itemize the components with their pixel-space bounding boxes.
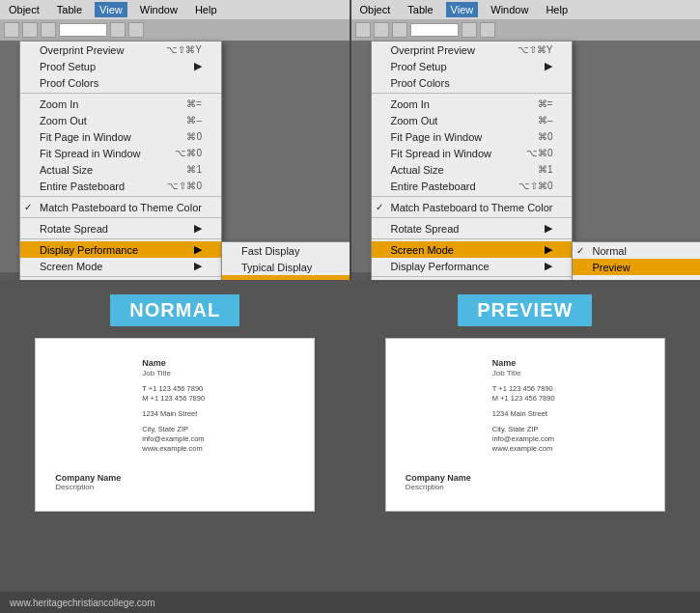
preview-company: Company Name	[406, 473, 492, 483]
rmi-overprint[interactable]: Overprint Preview⌥⇧⌘Y	[372, 42, 573, 58]
preview-email: info@example.com	[492, 434, 645, 443]
menu-object-r[interactable]: Object	[355, 2, 396, 17]
footer: www.heritagechristiancollege.com	[0, 592, 700, 613]
rtoolbar-btn-1[interactable]	[355, 22, 371, 38]
left-canvas: Overprint Preview⌥⇧⌘Y Proof Setup▶ Proof…	[0, 41, 350, 272]
preview-card-right: Name Job Title T +1 123 456 7890 M +1 12…	[492, 358, 645, 491]
normal-email: info@example.com	[142, 434, 294, 443]
preview-panel: PREVIEW Company Name Description Name Jo…	[350, 280, 701, 592]
rmi-fit-spread[interactable]: Fit Spread in Window⌥⌘0	[372, 145, 573, 161]
rmi-screen-mode[interactable]: Screen Mode▶ Normal Preview Slug Present…	[372, 241, 573, 258]
preview-website: www.example.com	[492, 444, 645, 453]
rsub-normal[interactable]: Normal	[573, 242, 700, 259]
rmi-proof-setup[interactable]: Proof Setup▶	[372, 58, 573, 74]
preview-name: Name	[492, 358, 645, 368]
toolbar-btn-2[interactable]	[22, 22, 38, 38]
rmi-entire[interactable]: Entire Pasteboard⌥⇧⌘0	[372, 178, 573, 194]
mi-fit-spread-left[interactable]: Fit Spread in Window⌥⌘0	[20, 145, 221, 161]
preview-card: Company Name Description Name Job Title …	[385, 338, 665, 512]
normal-panel: NORMAL Company Name Description Name Job…	[0, 280, 350, 592]
mi-match-left[interactable]: Match Pasteboard to Theme Color	[20, 199, 221, 215]
normal-name: Name	[142, 358, 294, 368]
menu-object[interactable]: Object	[4, 2, 44, 17]
rsub-slug[interactable]: Slug	[573, 275, 700, 280]
preview-label: PREVIEW	[458, 294, 592, 326]
rmi-rotate[interactable]: Rotate Spread▶	[372, 220, 573, 237]
mi-actual-left[interactable]: Actual Size⌘1	[20, 161, 221, 178]
rmi-display-perf[interactable]: Display Performance▶	[372, 258, 573, 274]
rsub-preview[interactable]: Preview	[573, 259, 700, 275]
sub-typical[interactable]: Typical Display	[222, 259, 351, 275]
preview-card-left: Company Name Description	[406, 358, 492, 491]
preview-phone1: T +1 123 456 7890	[492, 384, 645, 393]
normal-website: www.example.com	[142, 444, 294, 453]
sub-hq[interactable]: High Quality Display⌥⇧⌘H	[222, 275, 351, 280]
menu-view-left[interactable]: View	[95, 2, 127, 17]
rmi-actual[interactable]: Actual Size⌘1	[372, 161, 573, 178]
mi-proof-colors-left[interactable]: Proof Colors	[20, 74, 221, 91]
right-submenu[interactable]: Normal Preview Slug Presentation⇧W	[572, 241, 700, 280]
rmi-fit-page[interactable]: Fit Page in Window⌘0	[372, 128, 573, 145]
preview-addr1: 1234 Main Street	[492, 409, 645, 418]
footer-url: www.heritagechristiancollege.com	[10, 598, 155, 608]
right-canvas: Overprint Preview⌥⇧⌘Y Proof Setup▶ Proof…	[351, 41, 701, 272]
bottom-panels: NORMAL Company Name Description Name Job…	[0, 280, 700, 592]
mi-proof-setup-left[interactable]: Proof Setup▶	[20, 58, 221, 74]
bottom-half: NORMAL Company Name Description Name Job…	[0, 280, 700, 613]
mi-entire-left[interactable]: Entire Pasteboard⌥⇧⌘0	[20, 178, 221, 194]
menu-help-r[interactable]: Help	[541, 2, 573, 17]
mi-rotate-left[interactable]: Rotate Spread▶	[20, 220, 221, 237]
toolbar-btn-3[interactable]	[41, 22, 56, 38]
menu-table[interactable]: Table	[52, 2, 87, 17]
zoom-input[interactable]	[59, 23, 107, 37]
right-dropdown[interactable]: Overprint Preview⌥⇧⌘Y Proof Setup▶ Proof…	[371, 41, 574, 280]
top-half: Object Table View Window Help Overprint …	[0, 0, 700, 280]
left-toolbar	[0, 19, 350, 41]
rzoom-input[interactable]	[410, 23, 459, 37]
mi-screen-mode-left[interactable]: Screen Mode▶	[20, 258, 221, 274]
preview-addr2: City, State ZIP	[492, 425, 645, 433]
right-menubar[interactable]: Object Table View Window Help	[351, 0, 701, 19]
rtoolbar-btn-2[interactable]	[374, 22, 389, 38]
mi-rulers-left[interactable]: Show Rulers⌘R	[20, 279, 221, 280]
rmi-zoom-in[interactable]: Zoom In⌘=	[372, 96, 573, 112]
menu-window[interactable]: Window	[135, 2, 182, 17]
left-panel: Object Table View Window Help Overprint …	[0, 0, 351, 280]
toolbar-btn-4[interactable]	[110, 22, 126, 38]
toolbar-btn-5[interactable]	[128, 22, 144, 38]
toolbar-btn-1[interactable]	[4, 22, 19, 38]
normal-card-left: Company Name Description	[55, 358, 142, 491]
normal-label: NORMAL	[110, 294, 239, 326]
menu-view-right[interactable]: View	[446, 2, 479, 17]
mi-fit-page-left[interactable]: Fit Page in Window⌘0	[20, 128, 221, 145]
mi-zoom-in-left[interactable]: Zoom In⌘=	[20, 96, 221, 112]
left-menubar[interactable]: Object Table View Window Help	[0, 0, 350, 19]
rmi-rulers[interactable]: Show Rulers⌘R	[372, 279, 573, 280]
normal-card-right: Name Job Title T +1 123 456 7890 M +1 12…	[142, 358, 294, 491]
sub-fast[interactable]: Fast Display⌥⇧⌘Z	[222, 242, 351, 259]
normal-phone1: T +1 123 456 7890	[142, 384, 294, 393]
rtoolbar-btn-5[interactable]	[480, 22, 495, 38]
normal-addr1: 1234 Main Street	[142, 409, 294, 418]
left-submenu[interactable]: Fast Display⌥⇧⌘Z Typical Display High Qu…	[221, 241, 351, 280]
normal-desc: Description	[55, 483, 142, 491]
normal-phone2: M +1 123 456 7890	[142, 394, 294, 403]
normal-company: Company Name	[55, 473, 142, 483]
menu-table-r[interactable]: Table	[403, 2, 437, 17]
right-toolbar	[351, 19, 701, 41]
mi-display-perf-left[interactable]: Display Performance▶ Fast Display⌥⇧⌘Z Ty…	[20, 241, 221, 258]
normal-title: Job Title	[142, 369, 294, 377]
menu-help[interactable]: Help	[190, 2, 222, 17]
preview-desc: Description	[406, 483, 492, 491]
rmi-zoom-out[interactable]: Zoom Out⌘–	[372, 112, 573, 128]
rtoolbar-btn-4[interactable]	[462, 22, 477, 38]
mi-overprint-left[interactable]: Overprint Preview⌥⇧⌘Y	[20, 42, 221, 58]
right-panel: Object Table View Window Help Overprint …	[351, 0, 701, 280]
menu-window-r[interactable]: Window	[486, 2, 533, 17]
rmi-match[interactable]: Match Pasteboard to Theme Color	[372, 199, 573, 215]
mi-zoom-out-left[interactable]: Zoom Out⌘–	[20, 112, 221, 128]
rmi-proof-colors[interactable]: Proof Colors	[372, 74, 573, 91]
rtoolbar-btn-3[interactable]	[392, 22, 407, 38]
normal-card: Company Name Description Name Job Title …	[35, 338, 315, 512]
left-dropdown[interactable]: Overprint Preview⌥⇧⌘Y Proof Setup▶ Proof…	[19, 41, 222, 280]
